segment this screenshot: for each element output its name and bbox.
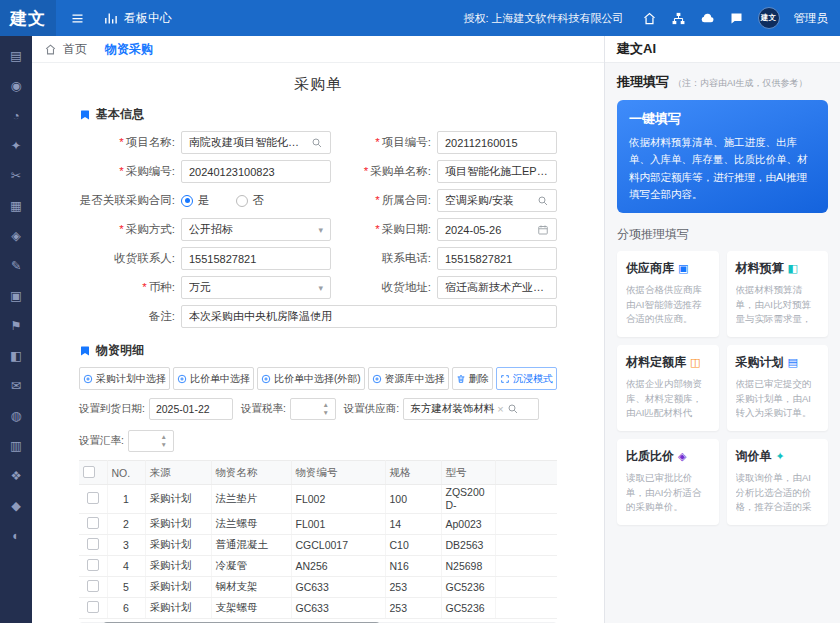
sidebar-icon-gem[interactable]: ◈	[8, 228, 24, 244]
row-checkbox[interactable]	[87, 580, 99, 592]
project-name-input[interactable]: 南院改建项目智能化施工EPC项目	[181, 131, 331, 154]
row-checkbox[interactable]	[87, 517, 99, 529]
sidebar-icon-modules[interactable]: ❖	[8, 468, 24, 484]
purchase-no-input[interactable]: 20240123100823	[181, 160, 331, 183]
sidebar-icon-diamond[interactable]: ◆	[8, 498, 24, 514]
chat-icon[interactable]	[729, 11, 744, 26]
phone-value: 15515827821	[445, 253, 549, 265]
delete-button[interactable]: 删除	[452, 367, 493, 390]
sidebar-icon-record[interactable]: ◉	[8, 78, 24, 94]
sidebar-icon-contrast[interactable]: ◐	[8, 528, 24, 544]
row-checkbox[interactable]	[87, 538, 99, 550]
ai-card-grid: 供应商库 ▣ 依据合格供应商库由AI智能筛选推荐合适的供应商。 材料预算 ◧ 依…	[617, 251, 828, 525]
purchase-name-value: 项目智能化施工EPC项目材料采购	[445, 164, 549, 179]
select-from-compare-button[interactable]: 比价单中选择	[173, 367, 254, 390]
ai-card-supplier-library[interactable]: 供应商库 ▣ 依据合格供应商库由AI智能筛选推荐合适的供应商。	[617, 251, 719, 337]
one-click-fill-card[interactable]: 一键填写 依据材料预算清单、施工进度、出库单、入库单、库存量、比质比价单、材料内…	[617, 100, 828, 213]
sidebar-icon-grid[interactable]: ▦	[8, 198, 24, 214]
contract-label: 所属合同:	[337, 193, 431, 207]
sidebar-icon-table[interactable]: ▥	[8, 438, 24, 454]
arrival-date-label: 设置到货日期:	[79, 402, 145, 416]
table-row[interactable]: 5 采购计划 钢材支架 GC633 253 GC5236	[79, 577, 557, 598]
immersive-mode-button[interactable]: 沉浸模式	[496, 367, 557, 390]
exchange-rate-stepper[interactable]: ▲▼	[128, 430, 174, 452]
sidebar-icon-disc[interactable]: ◍	[8, 408, 24, 424]
purchase-name-input[interactable]: 项目智能化施工EPC项目材料采购	[437, 160, 557, 183]
row-checkbox[interactable]	[87, 492, 99, 504]
ai-card-purchase-plan[interactable]: 采购计划 ▤ 依据已审定提交的采购计划单，由AI转入为采购订单。	[727, 345, 829, 431]
card-description: 读取询价单，由AI分析比选合适的价格，推荐合适的采购单价。	[736, 471, 820, 515]
admin-user-label[interactable]: 管理员	[794, 11, 829, 26]
nav-kanban-label: 看板中心	[124, 10, 172, 27]
project-no-input[interactable]: 202112160015	[437, 131, 557, 154]
stepper-arrows-icon[interactable]: ▲▼	[160, 434, 166, 448]
app-logo[interactable]: 建文	[0, 0, 56, 36]
table-row[interactable]: 3 采购计划 普通混凝土 CGCL0017 C10 DB2563	[79, 535, 557, 556]
radio-option-yes[interactable]: 是	[181, 193, 210, 208]
search-icon[interactable]	[507, 403, 519, 415]
table-row[interactable]: 1 采购计划 法兰垫片 FL002 100 ZQS200D-	[79, 485, 557, 514]
cloud-icon[interactable]	[700, 11, 715, 26]
radio-selected-icon	[181, 195, 193, 207]
sidebar-icon-scissors[interactable]: ✂	[8, 168, 24, 184]
calendar-icon[interactable]	[537, 224, 549, 236]
plus-circle-icon	[83, 374, 93, 384]
receiver-input[interactable]: 15515827821	[181, 247, 331, 270]
stepper-arrows-icon[interactable]: ▲▼	[322, 402, 328, 416]
phone-label: 联系电话:	[337, 251, 431, 265]
receiver-value: 15515827821	[189, 253, 323, 265]
sidebar-icon-clock[interactable]: ◔	[8, 108, 24, 124]
search-icon[interactable]	[311, 137, 323, 149]
table-row[interactable]: 6 采购计划 支架螺母 GC633 253 GC5236	[79, 598, 557, 619]
arrival-date-input[interactable]: 2025-01-22	[149, 398, 233, 420]
select-all-checkbox[interactable]	[83, 466, 95, 478]
sidebar-icon-list[interactable]: ▤	[8, 48, 24, 64]
ai-card-inquiry-order[interactable]: 询价单 ✦ 读取询价单，由AI分析比选合适的价格，推荐合适的采购单价。	[727, 439, 829, 525]
supplier-input[interactable]: 东方建材装饰材料 ×	[403, 398, 539, 420]
nav-kanban-center[interactable]: 看板中心	[103, 10, 172, 27]
breadcrumb-home-icon[interactable]	[44, 43, 57, 56]
table-row[interactable]: 4 采购计划 冷凝管 AN256 N16 N25698	[79, 556, 557, 577]
contract-input[interactable]: 空调采购/安装	[437, 189, 557, 212]
sidebar-icon-pencil[interactable]: ✎	[8, 258, 24, 274]
breadcrumb-home[interactable]: 首页	[63, 41, 87, 58]
search-icon[interactable]	[537, 195, 549, 207]
radio-option-no[interactable]: 否	[236, 193, 265, 208]
ai-card-price-comparison[interactable]: 比质比价 ◈ 读取已审批比价单，由AI分析适合的采购单价。	[617, 439, 719, 525]
sidebar-icon-mail[interactable]: ✉	[8, 378, 24, 394]
hamburger-menu-icon[interactable]	[70, 11, 85, 26]
sidebar-icon-star[interactable]: ✦	[8, 138, 24, 154]
row-checkbox[interactable]	[87, 559, 99, 571]
section-materials-label: 物资明细	[96, 342, 144, 359]
sitemap-icon[interactable]	[671, 11, 686, 26]
select-from-compare-external-button[interactable]: 比价单中选择(外部)	[257, 367, 365, 390]
method-select[interactable]: 公开招标 ▾	[181, 218, 331, 241]
sidebar-icon-layout[interactable]: ◧	[8, 348, 24, 364]
ai-card-material-budget[interactable]: 材料预算 ◧ 依据材料预算清单，由AI比对预算量与实际需求量，并分析差异。	[727, 251, 829, 337]
col-spec: 规格	[385, 461, 441, 485]
plus-circle-icon	[261, 374, 271, 384]
address-input[interactable]: 宿迁高新技术产业开发区开发大道北侧	[437, 276, 557, 299]
radio-unselected-icon	[236, 195, 248, 207]
supplier-value: 东方建材装饰材料	[410, 402, 494, 416]
remark-value: 本次采购由中央机房降温使用	[189, 309, 549, 324]
ai-card-material-quota-library[interactable]: 材料定额库 ◫ 依据企业内部物资库、材料定额库，由AI匹配材料代码、品类、规格型…	[617, 345, 719, 431]
sidebar-icon-flag[interactable]: ⚑	[8, 318, 24, 334]
table-row[interactable]: 2 采购计划 法兰螺母 FL001 14 Ap0023	[79, 514, 557, 535]
sidebar-icon-panel[interactable]: ▣	[8, 288, 24, 304]
tax-rate-stepper[interactable]: ▲▼	[290, 398, 336, 420]
infer-fill-note: （注：内容由AI生成，仅供参考）	[673, 77, 808, 90]
date-input[interactable]: 2024-05-26	[437, 218, 557, 241]
remark-input[interactable]: 本次采购由中央机房降温使用	[181, 305, 557, 328]
select-from-resource-button[interactable]: 资源库中选择	[368, 367, 449, 390]
phone-input[interactable]: 15515827821	[437, 247, 557, 270]
brand-badge[interactable]: 建文	[758, 7, 780, 29]
plus-circle-icon	[372, 374, 382, 384]
currency-select[interactable]: 万元 ▾	[181, 276, 331, 299]
select-from-plan-button[interactable]: 采购计划中选择	[79, 367, 170, 390]
clear-icon[interactable]: ×	[497, 403, 503, 415]
row-checkbox[interactable]	[87, 601, 99, 613]
home-icon[interactable]	[642, 11, 657, 26]
breadcrumb-current[interactable]: 物资采购	[105, 41, 153, 58]
col-filler	[495, 461, 557, 485]
